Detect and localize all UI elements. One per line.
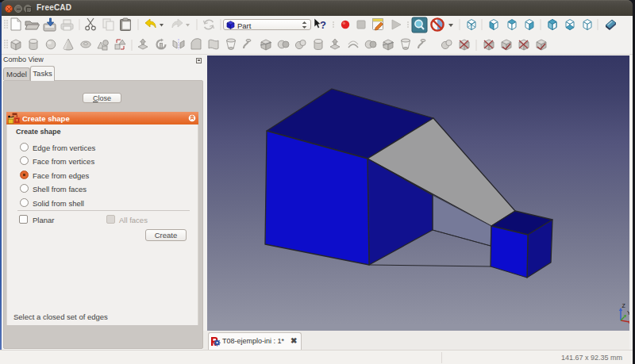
svg-text:?: ? xyxy=(320,19,326,31)
svg-text:Z: Z xyxy=(622,303,626,308)
svg-text:Y: Y xyxy=(627,310,629,316)
